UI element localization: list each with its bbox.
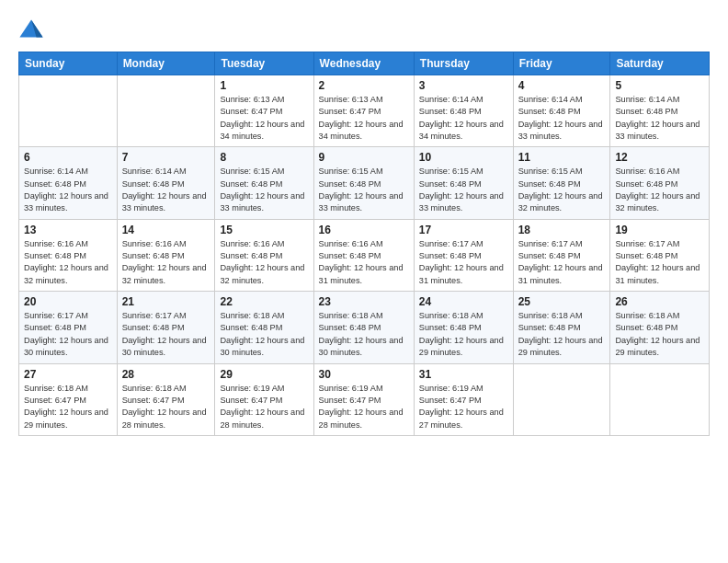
- calendar-cell: 6Sunrise: 6:14 AMSunset: 6:48 PMDaylight…: [19, 147, 118, 219]
- day-info: Sunrise: 6:13 AMSunset: 6:47 PMDaylight:…: [319, 94, 409, 143]
- calendar-cell: [117, 75, 215, 147]
- day-number: 24: [419, 295, 508, 308]
- day-number: 2: [319, 79, 409, 92]
- day-info: Sunrise: 6:15 AMSunset: 6:48 PMDaylight:…: [419, 166, 508, 214]
- header: [18, 17, 710, 42]
- day-number: 27: [24, 368, 112, 381]
- calendar-cell: 5Sunrise: 6:14 AMSunset: 6:48 PMDaylight…: [610, 75, 710, 147]
- day-info: Sunrise: 6:19 AMSunset: 6:47 PMDaylight:…: [319, 383, 409, 431]
- calendar-cell: 28Sunrise: 6:18 AMSunset: 6:47 PMDayligh…: [117, 363, 215, 435]
- day-info: Sunrise: 6:16 AMSunset: 6:48 PMDaylight:…: [122, 238, 210, 287]
- calendar-cell: 10Sunrise: 6:15 AMSunset: 6:48 PMDayligh…: [414, 147, 513, 219]
- day-info: Sunrise: 6:14 AMSunset: 6:48 PMDaylight:…: [24, 166, 112, 214]
- day-info: Sunrise: 6:16 AMSunset: 6:48 PMDaylight:…: [319, 238, 409, 287]
- day-number: 11: [518, 151, 606, 164]
- day-number: 19: [615, 224, 704, 236]
- day-info: Sunrise: 6:18 AMSunset: 6:47 PMDaylight:…: [122, 383, 210, 431]
- day-number: 29: [220, 368, 308, 381]
- calendar-cell: 4Sunrise: 6:14 AMSunset: 6:48 PMDaylight…: [513, 75, 610, 147]
- day-info: Sunrise: 6:16 AMSunset: 6:48 PMDaylight:…: [615, 166, 704, 214]
- day-info: Sunrise: 6:17 AMSunset: 6:48 PMDaylight:…: [615, 238, 704, 287]
- day-info: Sunrise: 6:16 AMSunset: 6:48 PMDaylight:…: [24, 238, 112, 287]
- weekday-header-sunday: Sunday: [19, 52, 118, 75]
- calendar-cell: 30Sunrise: 6:19 AMSunset: 6:47 PMDayligh…: [313, 363, 414, 435]
- calendar-cell: 31Sunrise: 6:19 AMSunset: 6:47 PMDayligh…: [414, 363, 513, 435]
- calendar-cell: 24Sunrise: 6:18 AMSunset: 6:48 PMDayligh…: [414, 292, 513, 363]
- calendar-cell: 8Sunrise: 6:15 AMSunset: 6:48 PMDaylight…: [215, 147, 313, 219]
- calendar-cell: 7Sunrise: 6:14 AMSunset: 6:48 PMDaylight…: [117, 147, 215, 219]
- day-info: Sunrise: 6:18 AMSunset: 6:47 PMDaylight:…: [24, 383, 112, 431]
- weekday-header-tuesday: Tuesday: [215, 52, 313, 75]
- day-number: 12: [615, 151, 704, 164]
- day-info: Sunrise: 6:18 AMSunset: 6:48 PMDaylight:…: [319, 310, 409, 359]
- day-number: 26: [615, 295, 704, 308]
- day-info: Sunrise: 6:17 AMSunset: 6:48 PMDaylight:…: [518, 238, 606, 287]
- day-info: Sunrise: 6:17 AMSunset: 6:48 PMDaylight:…: [419, 238, 508, 287]
- calendar-cell: 29Sunrise: 6:19 AMSunset: 6:47 PMDayligh…: [215, 363, 313, 435]
- week-row-2: 6Sunrise: 6:14 AMSunset: 6:48 PMDaylight…: [19, 147, 710, 219]
- calendar-cell: 26Sunrise: 6:18 AMSunset: 6:48 PMDayligh…: [610, 292, 710, 363]
- calendar-cell: 17Sunrise: 6:17 AMSunset: 6:48 PMDayligh…: [414, 219, 513, 291]
- day-number: 30: [319, 368, 409, 381]
- calendar-cell: 21Sunrise: 6:17 AMSunset: 6:48 PMDayligh…: [117, 292, 215, 363]
- calendar-cell: 16Sunrise: 6:16 AMSunset: 6:48 PMDayligh…: [313, 219, 414, 291]
- day-number: 7: [122, 151, 210, 164]
- calendar-cell: 15Sunrise: 6:16 AMSunset: 6:48 PMDayligh…: [215, 219, 313, 291]
- calendar-cell: 12Sunrise: 6:16 AMSunset: 6:48 PMDayligh…: [610, 147, 710, 219]
- calendar-cell: 25Sunrise: 6:18 AMSunset: 6:48 PMDayligh…: [513, 292, 610, 363]
- day-number: 5: [615, 79, 704, 92]
- calendar-cell: [19, 75, 118, 147]
- calendar-cell: 14Sunrise: 6:16 AMSunset: 6:48 PMDayligh…: [117, 219, 215, 291]
- day-info: Sunrise: 6:17 AMSunset: 6:48 PMDaylight:…: [122, 310, 210, 359]
- weekday-header-friday: Friday: [513, 52, 610, 75]
- day-info: Sunrise: 6:13 AMSunset: 6:47 PMDaylight:…: [220, 94, 308, 143]
- day-number: 6: [24, 151, 112, 164]
- day-info: Sunrise: 6:15 AMSunset: 6:48 PMDaylight:…: [518, 166, 606, 214]
- day-number: 18: [518, 224, 606, 236]
- day-number: 15: [220, 224, 308, 236]
- day-info: Sunrise: 6:18 AMSunset: 6:48 PMDaylight:…: [615, 310, 704, 359]
- day-number: 23: [319, 295, 409, 308]
- weekday-header-thursday: Thursday: [414, 52, 513, 75]
- week-row-5: 27Sunrise: 6:18 AMSunset: 6:47 PMDayligh…: [19, 363, 710, 435]
- logo-icon: [18, 17, 44, 42]
- calendar-cell: 18Sunrise: 6:17 AMSunset: 6:48 PMDayligh…: [513, 219, 610, 291]
- day-info: Sunrise: 6:19 AMSunset: 6:47 PMDaylight:…: [220, 383, 308, 431]
- calendar-cell: [610, 363, 710, 435]
- week-row-3: 13Sunrise: 6:16 AMSunset: 6:48 PMDayligh…: [19, 219, 710, 291]
- calendar-cell: [513, 363, 610, 435]
- day-info: Sunrise: 6:16 AMSunset: 6:48 PMDaylight:…: [220, 238, 308, 287]
- calendar-cell: 9Sunrise: 6:15 AMSunset: 6:48 PMDaylight…: [313, 147, 414, 219]
- day-number: 21: [122, 295, 210, 308]
- day-info: Sunrise: 6:18 AMSunset: 6:48 PMDaylight:…: [419, 310, 508, 359]
- day-number: 22: [220, 295, 308, 308]
- day-number: 31: [419, 368, 508, 381]
- day-info: Sunrise: 6:14 AMSunset: 6:48 PMDaylight:…: [518, 94, 606, 143]
- weekday-header-wednesday: Wednesday: [313, 52, 414, 75]
- calendar-cell: 20Sunrise: 6:17 AMSunset: 6:48 PMDayligh…: [19, 292, 118, 363]
- week-row-1: 1Sunrise: 6:13 AMSunset: 6:47 PMDaylight…: [19, 75, 710, 147]
- calendar-cell: 13Sunrise: 6:16 AMSunset: 6:48 PMDayligh…: [19, 219, 118, 291]
- day-number: 25: [518, 295, 606, 308]
- calendar-cell: 27Sunrise: 6:18 AMSunset: 6:47 PMDayligh…: [19, 363, 118, 435]
- day-info: Sunrise: 6:14 AMSunset: 6:48 PMDaylight:…: [419, 94, 508, 143]
- weekday-header-row: SundayMondayTuesdayWednesdayThursdayFrid…: [19, 52, 710, 75]
- day-info: Sunrise: 6:15 AMSunset: 6:48 PMDaylight:…: [220, 166, 308, 214]
- day-number: 14: [122, 224, 210, 236]
- day-number: 13: [24, 224, 112, 236]
- day-number: 17: [419, 224, 508, 236]
- calendar-cell: 11Sunrise: 6:15 AMSunset: 6:48 PMDayligh…: [513, 147, 610, 219]
- calendar-cell: 22Sunrise: 6:18 AMSunset: 6:48 PMDayligh…: [215, 292, 313, 363]
- page: SundayMondayTuesdayWednesdayThursdayFrid…: [0, 0, 728, 563]
- logo: [18, 17, 46, 42]
- calendar-cell: 3Sunrise: 6:14 AMSunset: 6:48 PMDaylight…: [414, 75, 513, 147]
- calendar-cell: 1Sunrise: 6:13 AMSunset: 6:47 PMDaylight…: [215, 75, 313, 147]
- day-number: 1: [220, 79, 308, 92]
- calendar-cell: 23Sunrise: 6:18 AMSunset: 6:48 PMDayligh…: [313, 292, 414, 363]
- day-number: 20: [24, 295, 112, 308]
- day-number: 4: [518, 79, 606, 92]
- weekday-header-monday: Monday: [117, 52, 215, 75]
- day-number: 10: [419, 151, 508, 164]
- day-info: Sunrise: 6:15 AMSunset: 6:48 PMDaylight:…: [319, 166, 409, 214]
- week-row-4: 20Sunrise: 6:17 AMSunset: 6:48 PMDayligh…: [19, 292, 710, 363]
